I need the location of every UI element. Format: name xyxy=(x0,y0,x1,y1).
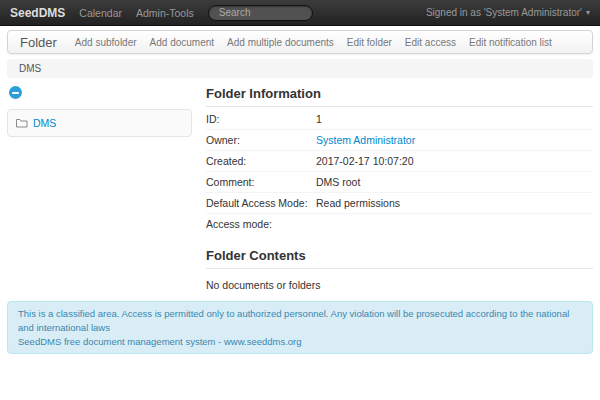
folder-detail-column: Folder Information ID: 1 Owner: System A… xyxy=(206,86,593,291)
footer-notice: This is a classified area. Access is per… xyxy=(7,301,593,354)
table-row: Owner: System Administrator xyxy=(206,129,593,150)
info-label-default-access-mode: Default Access Mode: xyxy=(206,197,316,209)
app-brand[interactable]: SeedDMS xyxy=(10,6,65,20)
info-label-id: ID: xyxy=(206,113,316,125)
empty-contents-message: No documents or folders xyxy=(206,279,593,291)
collapse-sidebar-button[interactable] xyxy=(9,86,22,99)
info-label-access-mode: Access mode: xyxy=(206,218,316,230)
action-add-document[interactable]: Add document xyxy=(150,37,215,48)
signed-in-label: Signed in as 'System Administrator' xyxy=(426,7,582,18)
toolbar-title: Folder xyxy=(20,35,57,50)
table-row: ID: 1 xyxy=(206,109,593,129)
folder-contents-heading: Folder Contents xyxy=(206,248,593,269)
credit-line: SeedDMS free document management system … xyxy=(18,335,582,349)
table-row: Default Access Mode: Read permissions xyxy=(206,192,593,213)
info-value-id: 1 xyxy=(316,113,322,125)
info-value-created: 2017-02-17 10:07:20 xyxy=(316,155,414,167)
action-edit-access[interactable]: Edit access xyxy=(405,37,456,48)
folder-contents-section: Folder Contents No documents or folders xyxy=(206,248,593,291)
info-value-default-access-mode: Read permissions xyxy=(316,197,400,209)
user-menu[interactable]: Signed in as 'System Administrator' ▾ xyxy=(426,7,590,18)
minus-icon xyxy=(12,92,19,94)
action-edit-notification-list[interactable]: Edit notification list xyxy=(469,37,552,48)
tree-item-label: DMS xyxy=(33,117,56,129)
nav-item-admin-tools[interactable]: Admin-Tools xyxy=(136,7,194,19)
search-input[interactable] xyxy=(208,5,313,21)
info-label-created: Created: xyxy=(206,155,316,167)
info-label-owner: Owner: xyxy=(206,134,316,146)
action-edit-folder[interactable]: Edit folder xyxy=(347,37,392,48)
credit-text: SeedDMS free document management system … xyxy=(18,336,224,347)
table-row: Comment: DMS root xyxy=(206,171,593,192)
info-value-owner-link[interactable]: System Administrator xyxy=(316,134,415,146)
info-value-comment: DMS root xyxy=(316,176,360,188)
chevron-down-icon: ▾ xyxy=(586,8,590,17)
classified-notice-text: This is a classified area. Access is per… xyxy=(18,307,582,335)
breadcrumb: DMS xyxy=(7,59,593,78)
seeddms-website-link[interactable]: www.seeddms.org xyxy=(224,336,302,347)
folder-info-table: ID: 1 Owner: System Administrator Create… xyxy=(206,109,593,234)
action-add-multiple-documents[interactable]: Add multiple documents xyxy=(227,37,334,48)
info-label-comment: Comment: xyxy=(206,176,316,188)
nav-item-calendar[interactable]: Calendar xyxy=(79,7,122,19)
folder-information-heading: Folder Information xyxy=(206,86,593,107)
folder-toolbar: Folder Add subfolder Add document Add mu… xyxy=(7,30,593,54)
table-row: Created: 2017-02-17 10:07:20 xyxy=(206,150,593,171)
table-row: Access mode: xyxy=(206,213,593,234)
sidebar-tree-column: DMS xyxy=(7,86,192,137)
folder-tree-panel: DMS xyxy=(7,109,192,137)
action-add-subfolder[interactable]: Add subfolder xyxy=(75,37,137,48)
top-navbar: SeedDMS Calendar Admin-Tools Signed in a… xyxy=(0,0,600,26)
main-content: DMS Folder Information ID: 1 Owner: Syst… xyxy=(0,78,600,291)
folder-icon xyxy=(16,118,28,128)
tree-item-dms-root[interactable]: DMS xyxy=(8,113,191,133)
breadcrumb-item-dms[interactable]: DMS xyxy=(19,63,41,74)
